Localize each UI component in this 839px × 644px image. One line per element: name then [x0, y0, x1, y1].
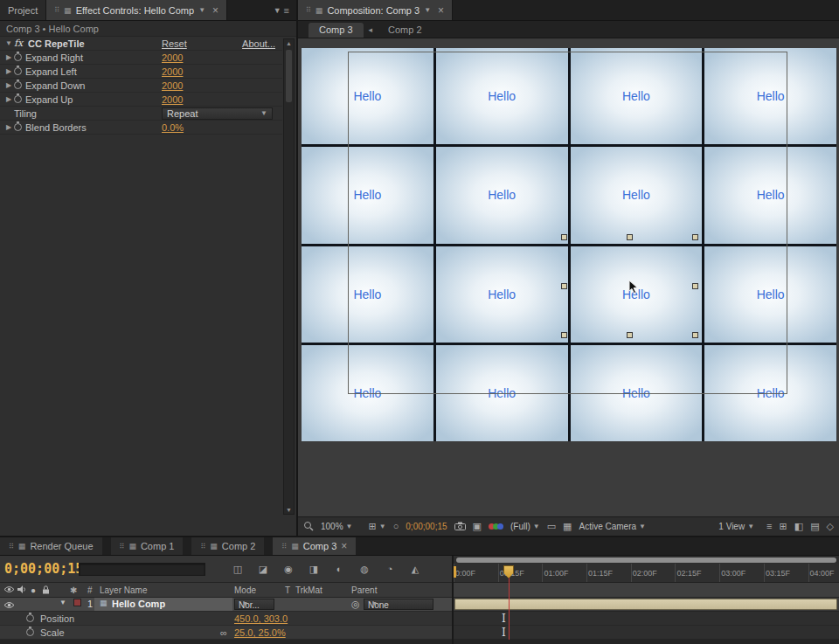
selection-handle[interactable] [692, 234, 698, 240]
comp-canvas[interactable]: HelloHelloHelloHelloHelloHelloHelloHello… [302, 48, 836, 441]
scale-value[interactable]: 25.0, 25.0% [234, 627, 286, 638]
timeline-track-area[interactable]: 0:00F00;15F01:00F01:15F02:00F02:15F03:00… [454, 556, 839, 644]
property-value[interactable]: 2000 [162, 94, 183, 105]
tiling-dropdown[interactable]: Repeat▼ [162, 107, 273, 120]
comp-mini-flowchart-icon[interactable]: ◫ [230, 562, 246, 576]
previous-viewer-icon[interactable]: ◂ [369, 25, 373, 34]
effect-property-row[interactable]: ▶TilingRepeat▼ [0, 107, 282, 121]
effect-property-row[interactable]: ▶Expand Right2000 [0, 51, 282, 65]
twirl-down-icon[interactable]: ▼ [59, 599, 66, 606]
reset-button[interactable]: Reset [162, 38, 187, 49]
keyframe-ibeam[interactable]: I [502, 627, 506, 639]
label-color-swatch[interactable] [73, 599, 81, 606]
layer-duration-bar[interactable] [454, 599, 837, 610]
exposure-icon[interactable]: ≡ [766, 522, 772, 531]
viewer-tab-comp3[interactable]: Comp 3 [309, 23, 364, 38]
mask-visibility-icon[interactable]: ○ [393, 522, 399, 531]
current-time-display[interactable]: 0;00;00;15 [4, 561, 83, 577]
motion-blur-icon[interactable]: ◐ [331, 562, 347, 576]
preview-timecode[interactable]: 0;00;00;15 [406, 522, 447, 531]
channels-icon[interactable] [489, 523, 503, 530]
layer-track[interactable] [454, 598, 839, 612]
effect-property-row[interactable]: ▶Expand Up2000 [0, 93, 282, 107]
timeline-tab-comp-2[interactable]: ⠿▦Comp 2 [191, 537, 264, 555]
stopwatch-icon[interactable] [14, 123, 22, 131]
scroll-down-icon[interactable]: ▼ [284, 507, 294, 513]
selection-handle[interactable] [561, 332, 567, 338]
close-icon[interactable]: × [212, 4, 218, 17]
effect-property-row[interactable]: ▶Expand Left2000 [0, 65, 282, 79]
scrollbar-thumb[interactable] [286, 50, 292, 102]
property-value[interactable]: 2000 [162, 66, 183, 77]
timeline-icon[interactable]: ▤ [810, 522, 819, 531]
effect-header[interactable]: ▼ fx CC RepeTile Reset About... [0, 37, 282, 51]
comp-viewport[interactable]: HelloHelloHelloHelloHelloHelloHelloHello… [298, 38, 839, 516]
active-camera-dropdown[interactable]: Active Camera ▼ [579, 522, 646, 531]
fast-previews-icon[interactable]: ◧ [794, 522, 803, 531]
chevron-down-icon[interactable]: ▼ [424, 6, 431, 14]
brainstorm-icon[interactable]: ◍ [357, 562, 372, 576]
timeline-tab-comp-1[interactable]: ⠿▦Comp 1 [111, 537, 184, 555]
effect-property-row[interactable]: ▶Expand Down2000 [0, 79, 282, 93]
twirl-down-icon[interactable]: ▼ [3, 39, 14, 47]
graph-editor-icon[interactable]: ◭ [407, 562, 423, 576]
layer-name[interactable]: Hello Comp [112, 599, 165, 609]
tab-effect-controls[interactable]: ⠿ ▦ Effect Controls: Hello Comp ▼ × [46, 0, 227, 20]
grid-and-guides-icon[interactable]: ⊞▼ [369, 522, 386, 531]
snapshot-icon[interactable] [454, 522, 466, 532]
selection-handle[interactable] [692, 332, 698, 338]
keyframe-ibeam[interactable]: I [502, 613, 506, 625]
effect-name[interactable]: CC RepeTile [28, 38, 85, 49]
blend-mode-dropdown[interactable]: Nor... ▼ [234, 599, 274, 610]
search-input[interactable] [79, 563, 205, 576]
chevron-down-icon[interactable]: ▼ [198, 6, 205, 14]
selection-handle[interactable] [627, 234, 633, 240]
resolution-dropdown[interactable]: (Full) ▼ [510, 522, 540, 531]
eye-icon[interactable] [3, 600, 15, 611]
twirl-right-icon[interactable]: ▶ [3, 53, 14, 61]
time-navigator-bar[interactable] [456, 557, 836, 563]
draft-3d-icon[interactable]: ◪ [255, 562, 271, 576]
view-layout-dropdown[interactable]: 1 View ▼ [718, 522, 754, 531]
layer-row[interactable]: ▼ 1 ▦ Hello Comp Nor... ▼ ◎ None ▼ [0, 598, 452, 612]
selection-handle[interactable] [627, 332, 633, 338]
property-row-scale[interactable]: Scale ∞ 25.0, 25.0% [0, 626, 452, 640]
stopwatch-icon[interactable] [14, 67, 22, 75]
property-value[interactable]: 2000 [162, 52, 183, 63]
stopwatch-icon[interactable] [14, 53, 22, 61]
property-value[interactable]: 2000 [162, 80, 183, 91]
position-value[interactable]: 450.0, 303.0 [234, 613, 288, 624]
stopwatch-icon[interactable] [14, 81, 22, 89]
twirl-right-icon[interactable]: ▶ [3, 81, 14, 89]
close-icon[interactable]: × [438, 4, 444, 17]
effect-property-row[interactable]: ▶Blend Borders0.0% [0, 121, 282, 135]
twirl-right-icon[interactable]: ▶ [3, 123, 14, 131]
twirl-right-icon[interactable]: ▶ [3, 95, 14, 103]
scale-track[interactable]: I [454, 626, 839, 640]
work-area-band[interactable] [454, 583, 839, 598]
position-track[interactable]: I [454, 612, 839, 626]
show-snapshot-icon[interactable]: ▣ [473, 522, 482, 531]
magnification-icon[interactable] [303, 521, 314, 533]
zoom-dropdown[interactable]: 100% ▼ [321, 522, 353, 531]
pickwhip-icon[interactable]: ◎ [351, 599, 360, 610]
auto-keyframe-icon[interactable]: ◔ [382, 562, 398, 576]
scroll-up-icon[interactable]: ▲ [284, 40, 294, 46]
pixel-aspect-icon[interactable]: ⊞ [780, 522, 787, 531]
close-icon[interactable]: × [341, 540, 347, 552]
panel-menu-icon[interactable]: ▼≡ [267, 0, 296, 20]
property-row-position[interactable]: Position 450.0, 303.0 [0, 612, 452, 626]
selection-handle[interactable] [561, 283, 567, 289]
tab-composition[interactable]: ⠿ ▦ Composition: Comp 3 ▼ × [298, 0, 453, 20]
viewer-tab-comp2[interactable]: Comp 2 [378, 23, 433, 38]
tab-project[interactable]: Project [0, 0, 46, 20]
region-of-interest-icon[interactable]: ▭ [547, 522, 556, 531]
about-link[interactable]: About... [242, 38, 275, 49]
stopwatch-icon[interactable] [14, 95, 22, 103]
selection-handle[interactable] [692, 283, 698, 289]
stopwatch-icon[interactable] [26, 628, 34, 636]
hide-shy-icon[interactable]: ◉ [281, 562, 296, 576]
frame-blend-icon[interactable]: ◨ [306, 562, 322, 576]
timeline-tab-comp-3[interactable]: ⠿▦Comp 3× [273, 537, 356, 555]
selection-handle[interactable] [561, 234, 567, 240]
